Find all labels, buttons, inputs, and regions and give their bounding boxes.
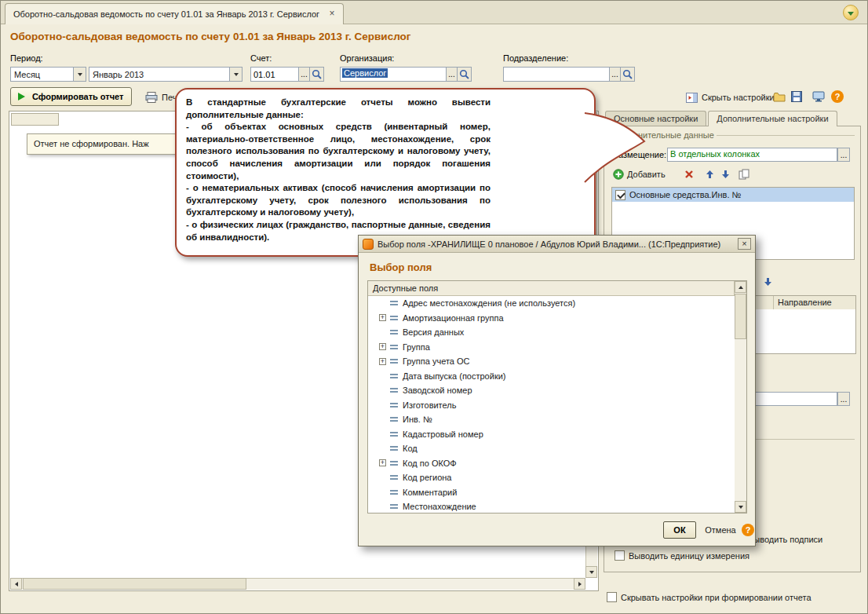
help-button[interactable]: ? (830, 89, 845, 104)
additional-field-checkbox[interactable] (615, 190, 625, 200)
fields-scrollbar[interactable] (735, 281, 746, 513)
period-value-dropdown-button[interactable] (229, 68, 242, 81)
chevron-down-icon (78, 73, 82, 76)
period-value: Январь 2013 (89, 70, 229, 79)
save-settings-button[interactable] (789, 89, 804, 104)
field-tree-item[interactable]: Версия данных (368, 325, 735, 340)
field-label: Изготовитель (403, 400, 456, 410)
period-value-select[interactable]: Январь 2013 (89, 67, 243, 82)
unit-checkbox-row[interactable]: Выводить единицу измерения (615, 550, 749, 561)
available-fields-list: Адрес местонахождения (не используется)+… (368, 296, 735, 513)
field-tree-item[interactable]: Адрес местонахождения (не используется) (368, 296, 735, 311)
field-tree-item[interactable]: Инв. № (368, 412, 735, 427)
sort-down-button[interactable] (760, 275, 775, 288)
field-tree-item[interactable]: Местонахождение (368, 499, 735, 513)
scroll-up-button[interactable] (735, 281, 746, 293)
account-search-button[interactable] (309, 67, 324, 82)
field-tree-item[interactable]: +Группа (368, 340, 735, 355)
tab-close-icon[interactable]: × (326, 9, 337, 20)
hide-settings-button[interactable]: Скрыть настройки (686, 90, 775, 104)
dialog-close-button[interactable]: × (738, 238, 751, 250)
filter-picker-button[interactable]: ... (837, 392, 850, 406)
field-tree-item[interactable]: +Группа учета ОС (368, 354, 735, 369)
load-settings-button[interactable] (771, 89, 787, 104)
cancel-button[interactable]: Отмена (702, 521, 739, 539)
field-icon (389, 328, 399, 336)
department-search-button[interactable] (620, 67, 635, 82)
field-icon (389, 343, 399, 351)
report-horizontal-scrollbar[interactable] (10, 578, 585, 590)
arrow-down-icon (764, 277, 772, 287)
field-icon (389, 459, 399, 467)
period-mode-select[interactable]: Месяц (10, 67, 86, 82)
scroll-down-button[interactable] (735, 501, 746, 513)
field-tree-item[interactable]: Код региона (368, 470, 735, 485)
page-title: Оборотно-сальдовая ведомость по счету 01… (10, 31, 410, 42)
hide-settings-on-generate-row[interactable]: Скрывать настройки при формировании отче… (607, 592, 811, 602)
arrow-up-icon (706, 170, 714, 179)
generate-report-label: Сформировать отчет (32, 92, 123, 101)
placement-picker-button[interactable]: ... (837, 148, 850, 162)
field-icon (389, 299, 399, 307)
scroll-thumb[interactable] (735, 294, 746, 339)
field-label: Код региона (403, 473, 451, 482)
question-icon: ? (831, 90, 844, 103)
service-menu-button[interactable] (843, 5, 859, 20)
field-tree-item[interactable]: Код (368, 441, 735, 456)
move-up-button[interactable] (702, 167, 717, 181)
scroll-left-button[interactable] (10, 578, 22, 590)
period-mode-dropdown-button[interactable] (73, 68, 86, 81)
field-label: Группа учета ОС (403, 356, 470, 366)
department-picker-button[interactable]: ... (609, 67, 621, 82)
signatures-checkbox-label: Выводить подписи (748, 535, 822, 544)
monitor-icon (812, 91, 825, 102)
field-tree-item[interactable]: Заводской номер (368, 383, 735, 398)
scroll-down-button[interactable] (585, 566, 597, 578)
ok-button[interactable]: ОК (663, 521, 696, 539)
field-icon (389, 503, 399, 510)
hide-settings-on-generate-checkbox[interactable] (607, 592, 617, 602)
field-label: Адрес местонахождения (не используется) (403, 298, 575, 308)
field-tree-item[interactable]: Изготовитель (368, 398, 735, 413)
field-tree-item[interactable]: Кадастровый номер (368, 427, 735, 442)
move-down-button[interactable] (718, 167, 732, 181)
field-tree-item[interactable]: +Код по ОКОФ (368, 456, 735, 471)
organization-input[interactable]: Сервислог (340, 67, 447, 82)
additional-field-row[interactable]: Основные средства.Инв. № (612, 188, 854, 202)
report-tab[interactable]: Оборотно-сальдовая ведомость по счету 01… (5, 3, 344, 24)
organization-search-button[interactable] (457, 67, 472, 82)
department-input[interactable] (503, 67, 610, 82)
dialog-help-button[interactable]: ? (742, 524, 754, 536)
expand-icon[interactable]: + (379, 459, 386, 466)
field-tree-item[interactable]: Дата выпуска (постройки) (368, 369, 735, 384)
field-label: Код (403, 444, 418, 453)
report-variants-button[interactable] (811, 89, 826, 104)
grid-corner-cell (11, 113, 59, 126)
scroll-thumb[interactable] (23, 578, 246, 590)
search-icon (622, 69, 633, 79)
department-label: Подразделение: (503, 53, 568, 63)
field-chooser-dialog: Выбор поля -ХРАНИЛИЩЕ 0 плановое / Абдул… (358, 235, 756, 546)
delete-field-button[interactable] (682, 167, 696, 181)
unit-checkbox[interactable] (615, 550, 625, 561)
application-window: Оборотно-сальдовая ведомость по счету 01… (0, 0, 868, 614)
chevron-down-icon (234, 73, 239, 76)
account-input[interactable] (250, 67, 299, 82)
organization-picker-button[interactable]: ... (446, 67, 458, 82)
placement-select[interactable]: В отдельных колонках (667, 148, 837, 162)
generate-report-button[interactable]: Сформировать отчет (10, 87, 132, 106)
tab-additional-settings[interactable]: Дополнительные настройки (708, 111, 837, 126)
expand-icon[interactable]: + (379, 343, 386, 350)
account-picker-button[interactable]: ... (298, 67, 310, 82)
copy-field-button[interactable] (737, 167, 751, 181)
period-mode-value: Месяц (11, 70, 73, 79)
field-tree-item[interactable]: +Амортизационная группа (368, 311, 735, 326)
direction-column-header: Направление (774, 296, 855, 309)
expand-icon[interactable]: + (379, 358, 386, 365)
field-label: Комментарий (403, 488, 457, 497)
field-label: Инв. № (403, 415, 432, 424)
field-tree-item[interactable]: Комментарий (368, 485, 735, 500)
callout-text: - о нематериальных активах (способ начис… (186, 182, 491, 219)
expand-icon[interactable]: + (379, 314, 386, 321)
scroll-right-button[interactable] (574, 578, 585, 590)
